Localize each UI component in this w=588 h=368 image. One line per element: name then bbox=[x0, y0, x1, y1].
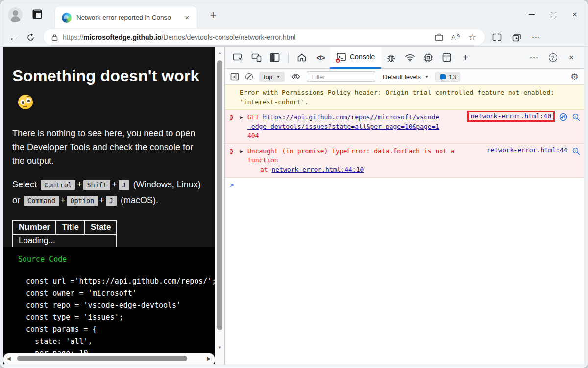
context-selector[interactable]: top ▼ bbox=[259, 72, 285, 82]
annotation-highlight-box: network-error.html:40 bbox=[467, 111, 555, 122]
key-option: Option bbox=[67, 196, 98, 206]
search-error-button[interactable]: i bbox=[572, 147, 580, 155]
elements-icon: </> bbox=[316, 54, 324, 62]
help-icon: ? bbox=[549, 53, 557, 62]
clear-console-button[interactable] bbox=[245, 73, 253, 80]
source-location-link[interactable]: network-error.html:44 bbox=[487, 146, 567, 154]
activity-bar-layout-button[interactable] bbox=[266, 50, 284, 66]
key-j-mac: J bbox=[106, 196, 117, 206]
error-line2: function bbox=[247, 156, 455, 165]
source-location-link[interactable]: network-error.html:40 bbox=[471, 112, 551, 120]
expand-triangle-icon[interactable]: ▶ bbox=[240, 148, 245, 154]
clear-icon bbox=[245, 73, 253, 80]
settings-menu-button[interactable]: ⋯ bbox=[528, 30, 544, 45]
horizontal-scrollbar[interactable]: ◀ ▶ bbox=[3, 353, 215, 364]
add-tool-button[interactable]: + bbox=[457, 50, 474, 66]
warning-line1: Error with Permissions-Policy header: Or… bbox=[240, 88, 554, 97]
request-url-link[interactable]: https://api.github.com/repos//microsoft/… bbox=[263, 113, 439, 121]
tab-welcome[interactable] bbox=[293, 50, 311, 66]
device-emulation-button[interactable] bbox=[247, 50, 265, 66]
refresh-button[interactable] bbox=[22, 30, 39, 45]
inspect-icon bbox=[233, 53, 243, 62]
inspect-tool-button[interactable] bbox=[229, 50, 246, 66]
close-icon: × bbox=[572, 10, 577, 19]
vertical-scroll-thumb[interactable] bbox=[217, 60, 222, 330]
error-icon: × bbox=[230, 147, 238, 155]
profile-avatar[interactable] bbox=[8, 7, 23, 22]
log-levels-dropdown[interactable]: Default levels ▼ bbox=[383, 73, 429, 80]
key-command: Command bbox=[24, 196, 59, 206]
tab-close-icon[interactable]: × bbox=[182, 13, 192, 22]
at-prefix: at bbox=[260, 166, 271, 173]
collections-button[interactable] bbox=[508, 30, 525, 45]
windows-suffix: (Windows, Linux) bbox=[133, 180, 201, 189]
table-loading-row: Loading... bbox=[13, 234, 117, 248]
source-code-block: Source Code const url ='https://api.gith… bbox=[3, 247, 215, 353]
filter-input[interactable] bbox=[307, 71, 375, 82]
console-prompt[interactable]: > bbox=[225, 178, 584, 193]
svg-text:A: A bbox=[451, 34, 456, 41]
vertical-scrollbar[interactable]: ▲ ▼ bbox=[215, 47, 224, 364]
maximize-icon bbox=[551, 12, 556, 17]
expand-triangle-icon[interactable]: ▶ bbox=[240, 114, 245, 120]
stack-location-link[interactable]: network-error.html:44:10 bbox=[271, 166, 364, 173]
console-warning-row: Error with Permissions-Policy header: Or… bbox=[225, 85, 584, 110]
refresh-icon bbox=[26, 33, 35, 42]
toolbar-divider bbox=[288, 53, 289, 63]
devtools-more-button[interactable]: ⋯ bbox=[525, 50, 543, 66]
request-url-link-wrap[interactable]: -edge-devtools/issues?state=all&per_page… bbox=[247, 123, 439, 130]
tab-application[interactable] bbox=[438, 50, 456, 66]
minimize-button[interactable] bbox=[521, 5, 542, 25]
console-sidebar-button[interactable] bbox=[230, 73, 239, 81]
code-line: per_page: 10, bbox=[17, 347, 215, 353]
error-icon: × bbox=[230, 113, 238, 121]
console-error-row-typeerror: × ▶ Uncaught (in promise) TypeError: dat… bbox=[225, 144, 584, 178]
devtools-help-button[interactable]: ? bbox=[544, 50, 562, 66]
briefcase-icon bbox=[435, 33, 443, 41]
source-code-heading: Source Code bbox=[18, 255, 215, 263]
star-icon: ☆ bbox=[468, 33, 476, 42]
devtools-close-button[interactable]: × bbox=[563, 50, 580, 66]
browser-tab[interactable]: Network error reported in Conso × bbox=[54, 6, 197, 28]
code-line: const owner = 'microsoft' bbox=[17, 288, 215, 300]
app-install-button[interactable] bbox=[431, 30, 447, 44]
tab-console-active[interactable]: x Console bbox=[330, 47, 381, 69]
scroll-up-icon[interactable]: ▲ bbox=[215, 50, 224, 55]
tab-performance[interactable] bbox=[419, 50, 437, 66]
horizontal-scroll-thumb[interactable] bbox=[17, 356, 187, 361]
split-screen-button[interactable] bbox=[489, 30, 505, 45]
scroll-down-icon[interactable]: ▼ bbox=[215, 345, 224, 350]
back-button[interactable]: ← bbox=[5, 30, 22, 45]
or-label: or bbox=[12, 195, 20, 205]
plus-sign: + bbox=[60, 195, 66, 205]
chevron-down-icon: ▼ bbox=[276, 75, 280, 79]
live-expression-button[interactable] bbox=[291, 73, 300, 80]
plus-sign: + bbox=[112, 180, 117, 189]
close-window-button[interactable]: × bbox=[564, 5, 586, 25]
favorite-button[interactable]: ☆ bbox=[464, 30, 481, 44]
browser-window: Network error reported in Conso × + × ← … bbox=[0, 0, 588, 368]
issues-count-badge[interactable]: 13 bbox=[435, 72, 460, 82]
maximize-button[interactable] bbox=[542, 5, 564, 25]
tab-network[interactable] bbox=[401, 50, 418, 66]
read-aloud-button[interactable]: A bbox=[447, 30, 464, 44]
console-settings-button[interactable]: ⚙ bbox=[570, 72, 579, 81]
address-bar[interactable]: https://microsoftedge.github.io/Demos/de… bbox=[44, 29, 485, 45]
scroll-left-icon[interactable]: ◀ bbox=[7, 356, 11, 361]
code-line: const url ='https://api.github.com/repos… bbox=[17, 275, 215, 288]
navigation-bar: ← https://microsoftedge.github.io/Demos/… bbox=[0, 28, 588, 47]
home-icon bbox=[297, 53, 307, 62]
search-error-button[interactable]: i bbox=[572, 113, 580, 121]
window-content: Something doesn't work There is nothing … bbox=[3, 47, 584, 364]
tab-sources[interactable] bbox=[382, 50, 400, 66]
scroll-right-icon[interactable]: ▶ bbox=[207, 356, 211, 361]
url-text: https://microsoftedge.github.io/Demos/de… bbox=[63, 33, 295, 41]
tab-actions-icon[interactable] bbox=[32, 9, 43, 20]
console-icon: x bbox=[337, 53, 346, 61]
console-messages: Error with Permissions-Policy header: Or… bbox=[225, 85, 584, 364]
tab-elements[interactable]: </> bbox=[312, 50, 329, 66]
cpu-chip-icon bbox=[423, 53, 433, 63]
col-title: Title bbox=[56, 220, 85, 234]
open-in-network-button[interactable] bbox=[559, 113, 567, 121]
new-tab-button[interactable]: + bbox=[207, 9, 220, 22]
